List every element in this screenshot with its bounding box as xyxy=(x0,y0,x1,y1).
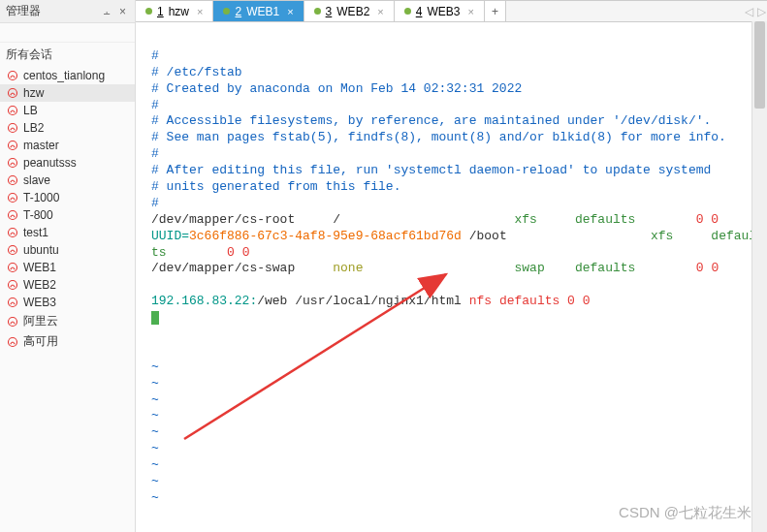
session-label: WEB2 xyxy=(23,278,56,292)
tab-close-icon[interactable]: × xyxy=(284,6,293,17)
fstab-comment: # xyxy=(151,196,159,210)
vim-tilde: ~ xyxy=(151,441,159,455)
session-item[interactable]: hzw xyxy=(0,84,135,102)
tabbar: 1 hzw×2 WEB1×3 WEB2×4 WEB3× + ◁ ▷ xyxy=(136,1,767,22)
session-icon xyxy=(6,226,19,239)
terminal-scrollbar[interactable] xyxy=(751,21,767,532)
vim-tilde: ~ xyxy=(151,376,159,391)
search-row: 🔍 xyxy=(0,23,135,43)
tab-number: 3 xyxy=(326,5,333,18)
session-item[interactable]: WEB3 xyxy=(0,294,135,311)
session-icon xyxy=(6,86,19,100)
session-label: peanutsss xyxy=(23,156,77,170)
session-item[interactable]: master xyxy=(0,137,135,154)
fstab-swap-opts: defaults xyxy=(575,261,635,275)
session-icon xyxy=(6,69,19,82)
session-label: test1 xyxy=(23,226,48,239)
fstab-boot-fs: xfs xyxy=(651,229,673,243)
session-label: LB xyxy=(23,104,38,117)
tab[interactable]: 2 WEB1× xyxy=(213,1,304,21)
vim-tilde: ~ xyxy=(151,490,159,505)
tab-status-dot xyxy=(314,8,321,15)
fstab-comment: # xyxy=(151,48,159,63)
session-item[interactable]: ubuntu xyxy=(0,241,135,259)
session-label: hzw xyxy=(23,86,44,100)
sidebar-close-icon[interactable]: × xyxy=(116,5,129,18)
session-icon xyxy=(6,208,19,222)
session-icon xyxy=(6,243,19,257)
pin-icon[interactable]: ⫠ xyxy=(102,6,113,17)
session-icon xyxy=(6,315,19,329)
tab-add-button[interactable]: + xyxy=(485,1,506,21)
fstab-swap-dump: 0 0 xyxy=(696,261,719,275)
annotation-arrow xyxy=(155,265,465,449)
fstab-root-dev: /dev/mapper/cs-root xyxy=(151,212,295,227)
sidebar-title: 管理器 xyxy=(6,3,102,19)
session-item[interactable]: LB xyxy=(0,102,135,119)
tab[interactable]: 3 WEB2× xyxy=(304,1,395,21)
tab-label: WEB3 xyxy=(427,5,460,18)
session-label: WEB3 xyxy=(23,296,56,309)
tab-number: 2 xyxy=(235,5,241,18)
tab-status-dot xyxy=(404,8,411,15)
fstab-swap-dev: /dev/mapper/cs-swap xyxy=(151,261,295,275)
fstab-swap-fs: swap xyxy=(515,261,545,275)
tab-status-dot xyxy=(145,8,152,15)
session-icon xyxy=(6,121,19,135)
session-label: 高可用 xyxy=(23,333,58,350)
session-icon xyxy=(6,335,19,349)
fstab-comment: # Created by anaconda on Mon Feb 14 02:3… xyxy=(151,81,522,96)
terminal-cursor xyxy=(151,311,159,325)
session-label: T-1000 xyxy=(23,191,59,204)
tab[interactable]: 4 WEB3× xyxy=(395,1,485,21)
fstab-root-mount: / xyxy=(333,212,340,227)
tab-close-icon[interactable]: × xyxy=(464,6,473,17)
fstab-root-fs: xfs xyxy=(515,212,537,227)
session-label: ubuntu xyxy=(23,243,59,257)
session-item[interactable]: WEB2 xyxy=(0,276,135,294)
tab[interactable]: 1 hzw× xyxy=(136,1,213,21)
vim-tilde: ~ xyxy=(151,474,159,488)
session-label: WEB1 xyxy=(23,261,56,274)
tab-spacer xyxy=(506,1,739,21)
session-icon xyxy=(6,156,19,170)
session-item[interactable]: peanutsss xyxy=(0,154,135,172)
fstab-comment: # units generated from this file. xyxy=(151,179,400,194)
tab-next-icon[interactable]: ▷ xyxy=(757,5,766,18)
vim-tilde: ~ xyxy=(151,424,159,439)
fstab-uuid-key: UUID= xyxy=(151,229,189,243)
nfs-ip: 192.168.83.22: xyxy=(151,294,257,308)
session-item[interactable]: centos_tianlong xyxy=(0,67,135,84)
terminal[interactable]: # # /etc/fstab # Created by anaconda on … xyxy=(136,22,767,532)
main-area: 1 hzw×2 WEB1×3 WEB2×4 WEB3× + ◁ ▷ # # /e… xyxy=(136,0,767,532)
fstab-swap-none: none xyxy=(333,261,363,275)
tab-close-icon[interactable]: × xyxy=(374,6,383,17)
fstab-boot-mount: /boot xyxy=(462,229,507,243)
sidebar-header: 管理器 ⫠ × xyxy=(0,0,135,23)
session-label: slave xyxy=(23,173,50,187)
scrollbar-thumb[interactable] xyxy=(754,21,765,109)
tab-close-icon[interactable]: × xyxy=(194,6,203,17)
session-item[interactable]: T-800 xyxy=(0,206,135,224)
sessions-label: 所有会话 xyxy=(0,43,135,67)
session-item[interactable]: test1 xyxy=(0,224,135,241)
session-label: centos_tianlong xyxy=(23,69,105,82)
fstab-comment: # xyxy=(151,98,159,112)
session-item[interactable]: 阿里云 xyxy=(0,311,135,331)
session-item[interactable]: LB2 xyxy=(0,119,135,137)
session-icon xyxy=(6,191,19,204)
fstab-uuid-val: 3c66f886-67c3-4af8-95e9-68acf61bd76d xyxy=(189,229,462,243)
session-label: master xyxy=(23,139,59,152)
fstab-comment: # Accessible filesystems, by reference, … xyxy=(151,113,711,128)
search-input[interactable] xyxy=(4,27,138,39)
session-icon xyxy=(6,296,19,309)
fstab-comment: # xyxy=(151,146,159,161)
sidebar: 管理器 ⫠ × 🔍 所有会话 centos_tianlonghzwLBLB2ma… xyxy=(0,0,136,532)
session-item[interactable]: WEB1 xyxy=(0,259,135,276)
session-item[interactable]: 高可用 xyxy=(0,331,135,352)
fstab-comment: # See man pages fstab(5), findfs(8), mou… xyxy=(151,130,726,144)
session-item[interactable]: T-1000 xyxy=(0,189,135,206)
tab-prev-icon[interactable]: ◁ xyxy=(745,5,753,18)
tab-status-dot xyxy=(223,8,230,15)
session-item[interactable]: slave xyxy=(0,172,135,189)
